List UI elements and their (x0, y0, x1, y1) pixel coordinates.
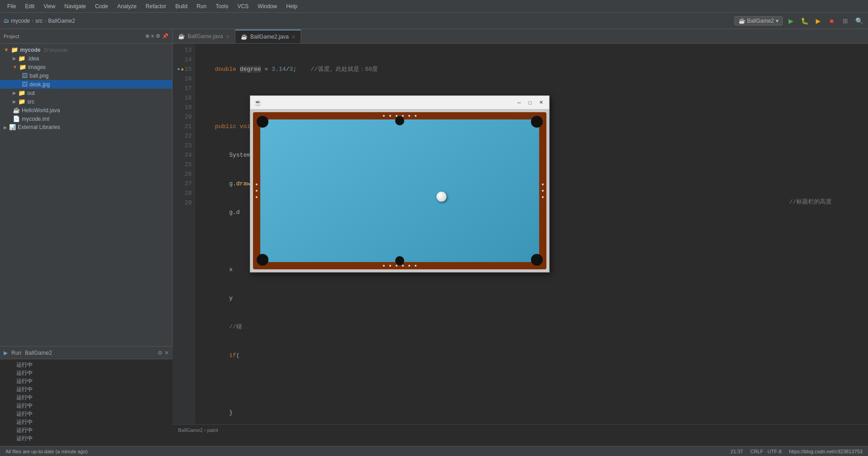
menu-analyze[interactable]: Analyze (114, 2, 140, 10)
run-output-line-3: 运行中 (16, 377, 169, 386)
menu-vcs[interactable]: VCS (234, 2, 253, 10)
run-panel-config: BallGame2 (25, 350, 52, 356)
run-button[interactable]: ▶ (785, 15, 796, 26)
tab-ballgame[interactable]: ☕ BallGame.java ✕ (173, 30, 235, 43)
tree-src-name: src (27, 99, 35, 105)
sidebar-title: Project (4, 34, 19, 39)
breadcrumb: 🗂 mycode › src › BallGame2 (4, 18, 75, 24)
tab-ballgame2-close[interactable]: ✕ (292, 35, 295, 40)
run-config-icon: ☕ (739, 18, 745, 24)
tree-helloworld[interactable]: ☕ HelloWorld.java (0, 106, 172, 114)
tree-out[interactable]: ▶ 📁 out (0, 89, 172, 97)
game-window-maximize[interactable]: □ (526, 99, 535, 106)
run-config-dropdown[interactable]: ☕ BallGame2 ▾ (734, 16, 783, 25)
debug-button[interactable]: 🐛 (799, 15, 810, 26)
tree-ball-name: ball.png (30, 73, 49, 79)
right-rail-dots (542, 183, 544, 198)
menu-bar: File Edit View Navigate Code Analyze Ref… (0, 0, 868, 13)
pocket-bottom-right (531, 254, 543, 266)
status-position: 21:37 (730, 449, 743, 454)
toolbar-right: ☕ BallGame2 ▾ ▶ 🐛 ▶ ■ ⊞ 🔍 (734, 15, 864, 26)
editor-breadcrumb: BallGame2 › paint (173, 424, 868, 435)
tree-root[interactable]: ▼ 📁 mycode D:\mycode (0, 45, 172, 54)
sidebar-settings-icon[interactable]: ⊕ (145, 33, 149, 39)
run-output-line-2: 运行中 (16, 369, 169, 377)
run-output-line-6: 运行中 (16, 402, 169, 410)
tree-desk-jpg[interactable]: 🖼 desk.jpg (0, 80, 172, 89)
menu-view[interactable]: View (40, 2, 59, 10)
code-comment-titlebar: //标题栏的高度 (789, 197, 832, 207)
project-icon: 🗂 (4, 18, 9, 24)
breadcrumb-ballgame2[interactable]: BallGame2 (48, 18, 75, 24)
tree-src[interactable]: ▶ 📁 src (0, 97, 172, 106)
menu-window[interactable]: Window (254, 2, 281, 10)
coverage-button[interactable]: ▶ (813, 15, 823, 26)
menu-help[interactable]: Help (283, 2, 301, 10)
game-window-titlebar: ☕ ─ □ ✕ (250, 96, 549, 109)
tree-mycode-iml-name: mycode.iml (22, 116, 50, 122)
tab-ballgame2-icon: ☕ (241, 34, 248, 40)
breadcrumb-mycode[interactable]: mycode (11, 18, 30, 24)
status-right: 21:37 CRLF · UTF-8 https://blog.csdn.net… (730, 449, 863, 454)
sidebar-pin-icon[interactable]: 📌 (162, 33, 169, 39)
pocket-bottom-middle (395, 256, 404, 265)
sidebar-filter-icon[interactable]: ≡ (151, 33, 154, 39)
tree-ext-libs-name: External Libraries (18, 124, 60, 130)
line-numbers: 13 14 ●▲15 16 17 18 19 20 21 22 23 24 25… (173, 44, 195, 424)
tab-bar: ☕ BallGame.java ✕ ☕ BallGame2.java ✕ (173, 29, 868, 44)
status-bar: All files are up-to-date (a minute ago) … (0, 446, 868, 456)
menu-file[interactable]: File (4, 2, 20, 10)
breadcrumb-sep1: › (32, 18, 34, 24)
code-line-23: if( (201, 351, 868, 360)
game-window-minimize[interactable]: ─ (515, 99, 524, 106)
menu-code[interactable]: Code (91, 2, 112, 10)
felt-surface (260, 119, 539, 262)
build-button[interactable]: ⊞ (840, 15, 851, 26)
tree-ball-png[interactable]: 🖼 ball.png (0, 71, 172, 80)
game-window[interactable]: ☕ ─ □ ✕ (250, 95, 550, 273)
run-panel: ▶ Run BallGame2 ⚙ ✕ 运行中 运行中 运行中 运行中 运行中 … (0, 346, 173, 446)
tree-idea[interactable]: ▶ 📁 .idea (0, 54, 172, 63)
run-output-line-8: 运行中 (16, 418, 169, 426)
menu-edit[interactable]: Edit (21, 2, 38, 10)
tree-external-libs[interactable]: ▶ 📊 External Libraries (0, 123, 172, 131)
pocket-bottom-left (257, 254, 268, 266)
menu-navigate[interactable]: Navigate (61, 2, 89, 10)
run-panel-title-icon: ▶ (4, 350, 8, 356)
tab-ballgame-close[interactable]: ✕ (226, 34, 229, 39)
pocket-top-left (257, 116, 268, 128)
sidebar-header-icons: ⊕ ≡ ⚙ 📌 (145, 33, 169, 39)
menu-tools[interactable]: Tools (212, 2, 232, 10)
sidebar-gear-icon[interactable]: ⚙ (156, 33, 160, 39)
run-panel-title: Run (11, 350, 21, 356)
menu-run[interactable]: Run (193, 2, 210, 10)
breadcrumb-src[interactable]: src (35, 18, 43, 24)
run-panel-controls: ⚙ ✕ (158, 350, 169, 356)
code-line-24 (201, 379, 868, 389)
run-output-line-10: 运行中 (16, 435, 169, 443)
menu-refactor[interactable]: Refactor (142, 2, 170, 10)
run-panel-settings-icon[interactable]: ⚙ (158, 350, 163, 356)
tree-images[interactable]: ▼ 📁 images (0, 63, 172, 71)
tree-mycode-iml[interactable]: 📄 mycode.iml (0, 114, 172, 123)
tree-root-name: mycode (20, 47, 40, 53)
tab-ballgame2[interactable]: ☕ BallGame2.java ✕ (235, 30, 301, 43)
code-line-21: y (201, 293, 868, 303)
run-panel-close-icon[interactable]: ✕ (164, 350, 169, 356)
pocket-top-middle (395, 116, 404, 125)
breadcrumb-sep2: › (45, 18, 46, 24)
code-line-25: } (201, 408, 868, 417)
tree-out-name: out (27, 90, 35, 96)
menu-build[interactable]: Build (172, 2, 191, 10)
tab-ballgame-label: BallGame.java (188, 33, 223, 40)
game-window-close[interactable]: ✕ (536, 99, 546, 106)
search-button[interactable]: 🔍 (853, 15, 864, 26)
cue-ball (436, 192, 446, 202)
status-url: https://blog.csdn.net/c923813753 (789, 449, 863, 454)
run-output-line-5: 运行中 (16, 394, 169, 402)
stop-button[interactable]: ■ (826, 15, 837, 26)
tree-images-name: images (28, 64, 46, 70)
run-output-line-9: 运行中 (16, 426, 169, 435)
code-line-13: double degree = 3.14/3; //弧度。此处就是：60度 (201, 64, 868, 74)
left-rail-dots (256, 183, 258, 198)
